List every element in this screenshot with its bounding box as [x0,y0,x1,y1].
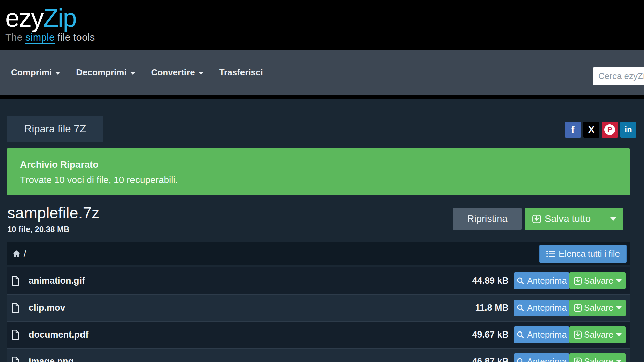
nav-item-label: Trasferisci [219,67,263,78]
table-row: image.png 46.87 kB Anteprima Salvare [7,348,630,362]
chevron-down-icon [610,217,616,221]
nav-item-convertire[interactable]: Convertire [151,67,204,78]
search-icon [516,304,525,312]
file-name: image.png [29,356,74,362]
breadcrumb-path: / [24,249,26,259]
tab-row: Ripara file 7Z f X P in [0,99,644,142]
tagline-highlight: simple [25,32,55,44]
x-twitter-icon[interactable]: X [583,122,599,138]
file-size: 46.87 kB [452,356,509,362]
archive-heading-row: samplefile.7z 10 file, 20.38 MB Ripristi… [0,195,644,242]
breadcrumb: / Elenca tutti i file [7,242,630,265]
list-all-files-button[interactable]: Elenca tutti i file [539,245,627,263]
linkedin-icon[interactable]: in [620,122,636,138]
tagline-post: file tools [55,32,95,43]
site-header: ezyZip The simple file tools [0,0,644,50]
save-button[interactable]: Salvare [569,326,626,343]
archive-filename: samplefile.7z [7,203,99,222]
alert-title: Archivio Riparato [20,159,616,170]
tagline: The simple file tools [5,32,644,43]
logo[interactable]: ezyZip [5,5,644,31]
file-size: 49.67 kB [452,329,509,340]
save-button[interactable]: Salvare [569,353,626,362]
preview-label: Anteprima [527,276,567,286]
archive-summary: 10 file, 20.38 MB [7,225,99,234]
chevron-down-icon [616,279,622,282]
restore-button[interactable]: Ripristina [453,208,522,230]
download-icon [573,276,582,285]
table-row: document.pdf 49.67 kB Anteprima Salvare [7,321,630,348]
save-button[interactable]: Salvare [569,272,626,289]
nav-item-label: Decomprimi [76,67,126,78]
file-icon [11,329,20,340]
save-label: Salvare [584,276,613,286]
pinterest-icon[interactable]: P [602,122,618,138]
search-icon [516,330,525,339]
search-icon [516,357,525,362]
save-all-button[interactable]: Salva tutto [525,208,623,230]
save-button[interactable]: Salvare [569,300,626,316]
save-label: Salvare [584,329,613,340]
main-navbar: Comprimi Decomprimi Convertire Trasferis… [0,50,644,99]
chevron-down-icon [616,306,622,309]
file-icon [11,276,20,286]
nav-item-decomprimi[interactable]: Decomprimi [76,67,135,78]
download-icon [532,214,542,224]
file-list: animation.gif 44.89 kB Anteprima Salvare… [7,267,630,362]
nav-item-trasferisci[interactable]: Trasferisci [219,67,263,78]
social-share-bar: f X P in [565,122,636,138]
file-name: document.pdf [29,329,88,340]
download-icon [573,357,582,362]
nav-item-label: Comprimi [11,67,52,78]
file-name: animation.gif [29,276,85,286]
list-all-files-label: Elenca tutti i file [559,249,620,259]
save-all-label: Salva tutto [545,213,591,224]
facebook-icon[interactable]: f [565,122,581,138]
preview-label: Anteprima [527,356,567,362]
nav-item-comprimi[interactable]: Comprimi [11,67,60,78]
save-label: Salvare [584,356,613,362]
preview-button[interactable]: Anteprima [514,326,569,343]
logo-ezy: ezy [5,4,43,32]
table-row: animation.gif 44.89 kB Anteprima Salvare [7,267,630,294]
download-icon [573,330,582,339]
file-size: 11.8 MB [452,303,509,313]
chevron-down-icon [198,72,204,75]
file-icon [11,356,20,362]
preview-button[interactable]: Anteprima [514,300,569,316]
main-content: Ripara file 7Z f X P in Archivio Riparat… [0,99,644,362]
preview-button[interactable]: Anteprima [514,353,569,362]
logo-zip: Zip [43,4,76,32]
chevron-down-icon [130,72,136,75]
preview-label: Anteprima [527,303,567,313]
home-icon[interactable] [12,249,21,258]
nav-item-label: Convertire [151,67,195,78]
pinterest-glyph: P [604,124,615,135]
chevron-down-icon [616,360,622,362]
search-input[interactable] [593,67,644,85]
preview-label: Anteprima [527,329,567,340]
file-size: 44.89 kB [452,276,509,286]
tab-ripara-file-7z[interactable]: Ripara file 7Z [7,116,103,142]
repair-success-alert: Archivio Riparato Trovate 10 voci di fil… [7,148,630,195]
table-row: clip.mov 11.8 MB Anteprima Salvare [7,294,630,321]
preview-button[interactable]: Anteprima [514,272,569,289]
chevron-down-icon [55,72,60,75]
file-name: clip.mov [29,303,65,313]
alert-message: Trovate 10 voci di file, 10 recuperabili… [20,175,616,185]
chevron-down-icon [616,333,622,336]
tagline-pre: The [5,32,25,43]
file-icon [11,303,20,313]
save-label: Salvare [584,303,613,313]
download-icon [573,303,582,312]
list-icon [546,250,555,258]
search-icon [516,277,525,285]
